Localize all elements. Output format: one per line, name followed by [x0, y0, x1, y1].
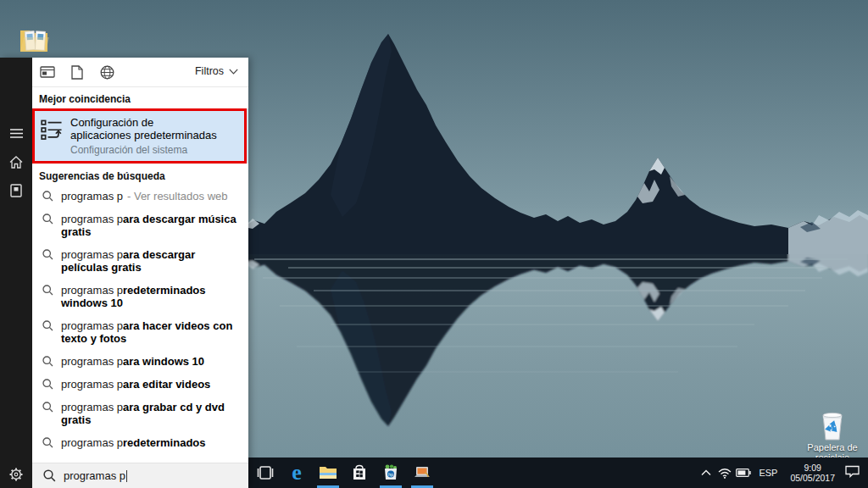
filters-label: Filtros — [195, 65, 224, 77]
notebook-icon — [10, 184, 22, 197]
filter-bar: Filtros — [32, 58, 248, 87]
language-indicator[interactable]: ESP — [753, 468, 783, 478]
suggestion-item[interactable]: programas para descargar películas grati… — [32, 243, 248, 279]
suggestion-item[interactable]: programas p- Ver resultados web — [32, 185, 248, 208]
hamburger-icon — [10, 129, 23, 138]
clock[interactable]: 9:09 05/05/2017 — [783, 463, 842, 483]
suggestion-item[interactable]: programas predeterminados — [32, 431, 248, 454]
web-results-hint: - Ver resultados web — [127, 190, 228, 202]
search-results-pane: Filtros Mejor coincidencia Configur — [32, 58, 248, 488]
clock-time: 9:09 — [790, 463, 835, 473]
search-box[interactable]: programas p — [32, 463, 248, 488]
action-center-button[interactable] — [842, 465, 868, 481]
settings-button[interactable] — [0, 462, 32, 487]
suggestion-item[interactable]: programas para editar videos — [32, 373, 248, 396]
chevron-down-icon — [229, 69, 238, 75]
notebook-button[interactable] — [0, 178, 32, 203]
file-explorer-button[interactable] — [314, 458, 342, 488]
store-icon — [351, 464, 368, 481]
search-icon — [42, 356, 53, 367]
laptop-app-icon — [413, 465, 431, 480]
search-icon — [42, 214, 53, 225]
search-icon — [43, 469, 56, 482]
suggestion-text: programas p — [61, 436, 123, 449]
suggestion-text: programas p — [61, 248, 123, 261]
search-icon — [42, 437, 53, 448]
file-explorer-icon — [319, 465, 337, 480]
tray-chevron-up-icon[interactable] — [697, 458, 715, 488]
hp-app-button[interactable]: hp — [376, 458, 405, 488]
suggestion-text: programas p — [61, 401, 123, 413]
suggestion-item[interactable]: programas para hacer videos con texto y … — [32, 314, 248, 350]
default-apps-icon — [41, 119, 64, 141]
recycle-bin-label-line1: Papelera de — [795, 442, 868, 452]
best-match-result[interactable]: Configuración de aplicaciones predetermi… — [32, 108, 248, 164]
pictures-folder-icon[interactable] — [19, 25, 49, 54]
search-icon — [42, 379, 53, 390]
search-input-value: programas p — [64, 469, 125, 482]
search-icon — [42, 320, 53, 331]
best-match-title-line1: Configuración de — [70, 116, 217, 129]
suggestion-text: programas p — [61, 378, 123, 391]
text-caret — [126, 470, 127, 482]
search-sidebar — [0, 58, 32, 488]
wifi-icon[interactable] — [715, 458, 734, 488]
svg-text:hp: hp — [388, 472, 393, 477]
clock-date: 05/05/2017 — [790, 473, 835, 483]
suggestion-text: programas p — [61, 213, 123, 225]
action-center-icon — [845, 465, 860, 478]
menu-button[interactable] — [0, 120, 32, 146]
suggestion-item[interactable]: programas para windows 10 — [32, 350, 248, 373]
task-view-button[interactable] — [251, 458, 280, 488]
suggestion-text: programas p — [61, 319, 123, 332]
battery-icon[interactable] — [734, 458, 753, 488]
best-match-subtitle: Configuración del sistema — [70, 144, 217, 157]
documents-filter-button[interactable] — [71, 65, 83, 83]
suggestion-text: programas p — [61, 284, 123, 297]
system-tray: ESP 9:09 05/05/2017 — [697, 458, 868, 488]
search-icon — [42, 402, 53, 413]
apps-filter-button[interactable] — [40, 65, 55, 82]
home-icon — [9, 156, 23, 169]
gear-icon — [9, 468, 23, 481]
store-button[interactable] — [345, 458, 374, 488]
search-flyout: Filtros Mejor coincidencia Configur — [0, 58, 248, 488]
best-match-title-line2: aplicaciones predeterminadas — [70, 129, 217, 141]
suggestion-item[interactable]: programas para descargar música gratis — [32, 208, 248, 243]
globe-filter-icon — [100, 65, 114, 80]
suggestion-list: programas p- Ver resultados web programa… — [32, 185, 248, 454]
suggestion-text: programas p — [61, 190, 123, 202]
edge-button[interactable]: e — [282, 458, 311, 488]
web-filter-button[interactable] — [100, 65, 114, 83]
search-icon — [42, 249, 53, 260]
suggestion-text: programas p — [61, 355, 123, 368]
suggestions-section-title: Sugerencias de búsqueda — [39, 170, 165, 182]
hp-app-icon: hp — [382, 464, 399, 481]
suggestion-item[interactable]: programas para grabar cd y dvd gratis — [32, 396, 248, 431]
filters-dropdown[interactable]: Filtros — [195, 65, 238, 77]
suggestion-item[interactable]: programas predeterminados windows 10 — [32, 279, 248, 314]
apps-filter-icon — [40, 65, 55, 79]
laptop-app-button[interactable] — [408, 458, 437, 488]
search-icon — [42, 191, 53, 202]
edge-icon: e — [292, 462, 302, 484]
home-button[interactable] — [0, 149, 32, 175]
task-view-icon — [257, 466, 274, 480]
recycle-bin[interactable]: Papelera de reciclaje — [795, 408, 868, 463]
document-filter-icon — [71, 65, 83, 80]
best-match-section-title: Mejor coincidencia — [39, 93, 131, 105]
recycle-bin-icon — [818, 408, 847, 441]
search-icon — [42, 285, 53, 296]
